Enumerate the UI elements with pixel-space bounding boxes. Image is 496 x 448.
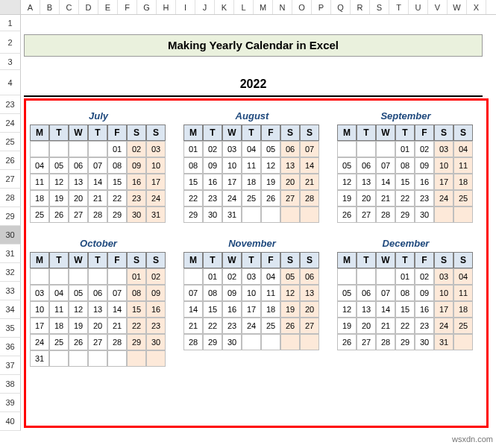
day-cell[interactable]: 27 [300,318,319,334]
day-cell[interactable]: 03 [434,141,453,157]
day-cell[interactable]: 24 [242,318,261,334]
day-cell[interactable]: 06 [88,285,107,301]
day-cell[interactable]: 19 [261,174,280,190]
day-cell[interactable] [280,206,300,223]
day-cell[interactable]: 30 [415,206,434,223]
day-cell[interactable]: 29 [183,206,203,223]
day-cell[interactable]: 22 [395,190,415,206]
row-header[interactable]: 27 [0,170,21,189]
col-header[interactable]: G [137,0,157,14]
day-cell[interactable] [453,334,473,350]
day-cell[interactable]: 06 [300,268,319,285]
day-cell[interactable]: 16 [127,174,146,190]
day-cell[interactable]: 04 [30,157,49,174]
row-header[interactable]: 2 [0,31,21,54]
col-header[interactable]: D [79,0,98,14]
col-header[interactable]: X [467,0,486,14]
day-cell[interactable]: 17 [222,174,242,190]
day-cell[interactable]: 18 [242,174,261,190]
col-header[interactable]: B [40,0,60,14]
day-cell[interactable]: 27 [88,334,107,350]
col-header[interactable]: Q [331,0,351,14]
day-cell[interactable]: 14 [107,301,127,318]
day-cell[interactable] [107,350,127,367]
row-header[interactable]: 39 [0,394,21,412]
day-cell[interactable]: 08 [107,157,127,174]
day-cell[interactable]: 03 [434,268,453,285]
day-cell[interactable]: 17 [30,318,49,334]
col-header[interactable]: E [98,0,118,14]
day-cell[interactable] [300,334,319,350]
day-cell[interactable]: 24 [222,190,242,206]
day-cell[interactable]: 08 [183,157,203,174]
day-cell[interactable]: 18 [453,174,473,190]
day-cell[interactable]: 27 [357,334,376,350]
day-cell[interactable]: 07 [300,141,319,157]
day-cell[interactable]: 05 [337,157,357,174]
day-cell[interactable] [280,334,300,350]
day-cell[interactable] [107,268,127,285]
day-cell[interactable]: 26 [261,190,280,206]
day-cell[interactable]: 16 [415,301,434,318]
day-cell[interactable] [69,141,88,157]
row-header[interactable]: 30 [0,226,21,244]
day-cell[interactable]: 18 [30,190,49,206]
col-header[interactable]: A [21,0,40,14]
day-cell[interactable]: 20 [357,318,376,334]
day-cell[interactable]: 10 [434,157,453,174]
day-cell[interactable]: 28 [376,334,395,350]
row-header[interactable]: 24 [0,114,21,133]
row-header[interactable]: 25 [0,133,21,151]
day-cell[interactable]: 07 [107,285,127,301]
day-cell[interactable]: 26 [337,334,357,350]
day-cell[interactable]: 05 [280,268,300,285]
day-cell[interactable]: 29 [107,206,127,223]
day-cell[interactable]: 26 [280,318,300,334]
day-cell[interactable]: 04 [453,141,473,157]
day-cell[interactable] [300,206,319,223]
day-cell[interactable]: 23 [415,318,434,334]
day-cell[interactable]: 21 [107,318,127,334]
day-cell[interactable]: 25 [30,206,49,223]
day-cell[interactable]: 10 [222,157,242,174]
day-cell[interactable]: 15 [395,301,415,318]
day-cell[interactable]: 08 [127,285,146,301]
day-cell[interactable]: 21 [376,190,395,206]
day-cell[interactable]: 26 [69,334,88,350]
day-cell[interactable]: 02 [146,268,166,285]
row-header[interactable]: 33 [0,282,21,300]
day-cell[interactable]: 04 [261,268,280,285]
day-cell[interactable] [30,268,49,285]
day-cell[interactable] [357,268,376,285]
day-cell[interactable]: 29 [395,206,415,223]
day-cell[interactable]: 22 [203,318,222,334]
day-cell[interactable]: 01 [107,141,127,157]
day-cell[interactable]: 31 [222,206,242,223]
day-cell[interactable]: 30 [415,334,434,350]
day-cell[interactable]: 21 [376,318,395,334]
day-cell[interactable]: 25 [242,190,261,206]
col-header[interactable]: K [215,0,234,14]
day-cell[interactable]: 16 [415,174,434,190]
day-cell[interactable]: 09 [415,157,434,174]
day-cell[interactable]: 13 [280,157,300,174]
day-cell[interactable]: 28 [183,334,203,350]
day-cell[interactable]: 22 [183,190,203,206]
row-header[interactable]: 40 [0,412,21,431]
col-header[interactable]: O [292,0,312,14]
day-cell[interactable]: 02 [222,268,242,285]
day-cell[interactable]: 07 [376,157,395,174]
day-cell[interactable]: 19 [69,318,88,334]
day-cell[interactable]: 24 [30,334,49,350]
day-cell[interactable] [49,350,69,367]
day-cell[interactable]: 25 [453,318,473,334]
col-header[interactable]: J [195,0,215,14]
day-cell[interactable]: 09 [203,157,222,174]
day-cell[interactable]: 02 [127,141,146,157]
col-header[interactable]: U [409,0,428,14]
day-cell[interactable]: 17 [146,174,166,190]
row-header[interactable]: 37 [0,356,21,375]
day-cell[interactable]: 30 [127,206,146,223]
day-cell[interactable]: 24 [434,190,453,206]
day-cell[interactable]: 06 [357,285,376,301]
